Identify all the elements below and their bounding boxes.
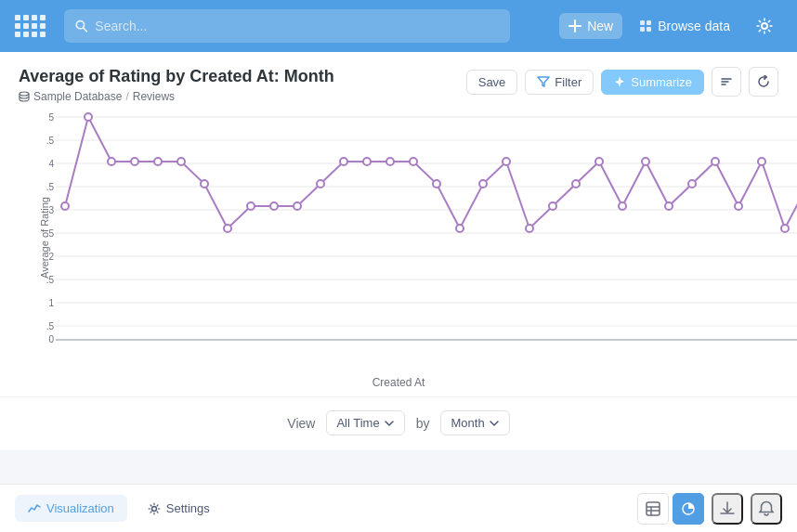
sort-button[interactable]	[712, 67, 741, 97]
svg-text:4.5: 4.5	[46, 136, 54, 146]
svg-point-47	[247, 202, 255, 210]
svg-text:4: 4	[48, 159, 54, 169]
browse-data-button[interactable]: Browse data	[630, 13, 739, 39]
chart-area: Average of Rating 5 4.5 4 3.5 3 2.5 2 1.…	[0, 103, 797, 372]
settings-header-button[interactable]	[747, 12, 782, 40]
new-label: New	[587, 19, 613, 33]
search-bar[interactable]	[64, 9, 510, 43]
new-button[interactable]: New	[559, 13, 622, 39]
all-time-label: All Time	[336, 416, 379, 430]
svg-rect-6	[640, 27, 645, 32]
gear-icon	[756, 18, 773, 34]
visualization-icon	[28, 502, 41, 515]
svg-text:0.5: 0.5	[46, 321, 54, 331]
svg-point-56	[456, 225, 464, 232]
svg-point-68	[735, 202, 742, 210]
view-controls: View All Time by Month	[0, 396, 797, 450]
line-chart: 5 4.5 4 3.5 3 2.5 2 1.5 1 0.5 0 January,…	[46, 112, 797, 344]
app-header: New Browse data	[0, 0, 797, 52]
svg-point-54	[410, 158, 417, 165]
settings-tab[interactable]: Settings	[135, 495, 223, 522]
notification-button[interactable]	[751, 493, 782, 525]
svg-point-70	[781, 225, 789, 232]
x-axis-label: Created At	[0, 372, 797, 396]
refresh-button[interactable]	[749, 67, 778, 97]
svg-point-62	[595, 158, 603, 165]
breadcrumb-db: Sample Database	[33, 90, 122, 103]
filter-icon	[537, 75, 550, 88]
svg-text:3.5: 3.5	[46, 182, 54, 192]
svg-point-59	[526, 225, 533, 232]
visualization-label: Visualization	[46, 501, 114, 515]
svg-rect-4	[640, 20, 645, 25]
svg-point-9	[20, 92, 29, 96]
svg-point-8	[762, 23, 767, 29]
table-icon	[646, 501, 660, 516]
by-label: by	[416, 416, 430, 431]
svg-point-63	[619, 202, 626, 210]
filter-label: Filter	[555, 75, 581, 89]
svg-point-46	[224, 225, 231, 232]
title-section: Average of Rating by Created At: Month S…	[19, 67, 334, 103]
summarize-button[interactable]: Summarize	[601, 70, 704, 95]
browse-data-label: Browse data	[658, 19, 730, 33]
bell-icon	[758, 500, 775, 517]
svg-point-45	[201, 180, 208, 188]
database-icon	[19, 91, 30, 102]
svg-point-50	[317, 180, 324, 188]
month-label: Month	[451, 416, 484, 430]
svg-line-1	[84, 28, 87, 32]
sparkle-icon	[613, 75, 626, 88]
svg-point-66	[688, 180, 696, 188]
svg-text:1: 1	[48, 298, 54, 308]
svg-point-69	[758, 158, 765, 165]
svg-point-39	[61, 202, 69, 210]
refresh-icon	[757, 75, 770, 88]
save-button[interactable]: Save	[466, 70, 518, 95]
header-actions: New Browse data	[559, 12, 782, 40]
breadcrumb: Sample Database / Reviews	[19, 90, 334, 103]
svg-point-43	[154, 158, 162, 165]
svg-point-67	[712, 158, 719, 165]
svg-point-64	[642, 158, 649, 165]
svg-point-52	[363, 158, 371, 165]
chevron-down-icon	[384, 418, 395, 429]
visualization-tab[interactable]: Visualization	[15, 495, 127, 522]
download-button[interactable]	[712, 493, 743, 525]
settings-icon	[148, 502, 161, 515]
sort-icon	[720, 75, 733, 88]
save-label: Save	[478, 75, 506, 89]
download-icon	[719, 500, 736, 517]
svg-point-60	[549, 202, 556, 210]
svg-point-65	[665, 202, 673, 210]
all-time-select[interactable]: All Time	[326, 410, 404, 435]
grid-icon	[639, 19, 652, 32]
month-select[interactable]: Month	[440, 410, 509, 435]
filter-button[interactable]: Filter	[525, 70, 594, 95]
svg-point-53	[386, 158, 394, 165]
chart-view-button[interactable]	[673, 493, 704, 525]
y-axis-label: Average of Rating	[39, 197, 50, 279]
svg-point-57	[479, 180, 487, 188]
search-icon	[75, 19, 87, 32]
svg-point-51	[340, 158, 347, 165]
app-logo[interactable]	[15, 15, 46, 37]
summarize-label: Summarize	[631, 75, 692, 89]
svg-rect-5	[647, 20, 651, 25]
page-header: Average of Rating by Created At: Month S…	[0, 52, 797, 103]
table-view-button[interactable]	[637, 493, 669, 525]
view-toggle	[637, 493, 704, 525]
plus-icon	[568, 19, 581, 32]
svg-point-42	[131, 158, 138, 165]
svg-text:0: 0	[48, 334, 54, 344]
svg-point-58	[503, 158, 510, 165]
settings-label: Settings	[166, 501, 210, 515]
toolbar: Save Filter Summarize	[466, 67, 778, 97]
chevron-down-icon-2	[489, 418, 500, 429]
breadcrumb-table: Reviews	[133, 90, 175, 103]
svg-rect-7	[647, 27, 651, 32]
svg-point-49	[294, 202, 301, 210]
bottom-bar: Visualization Settings	[0, 484, 797, 532]
chart-icon	[681, 501, 696, 516]
search-input[interactable]	[95, 19, 499, 33]
